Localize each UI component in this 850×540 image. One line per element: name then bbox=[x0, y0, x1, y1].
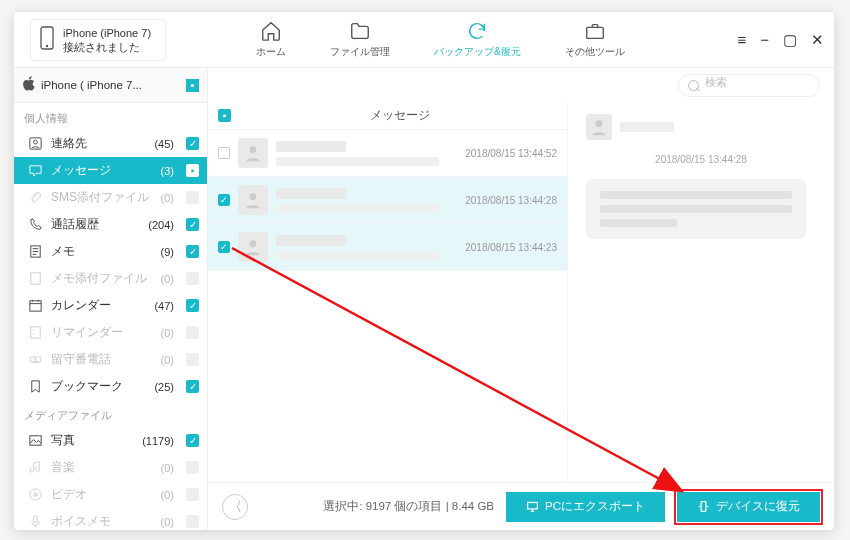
phone-icon bbox=[28, 217, 43, 232]
back-button[interactable]: 〈 bbox=[222, 494, 248, 520]
cat-voicemail[interactable]: 留守番電話(0) bbox=[14, 346, 207, 373]
cat-video[interactable]: ビデオ(0) bbox=[14, 481, 207, 508]
device-selector[interactable]: iPhone ( iPhone 7... ▪ bbox=[14, 68, 207, 103]
cat-calendar[interactable]: カレンダー(47)✓ bbox=[14, 292, 207, 319]
svg-point-4 bbox=[34, 140, 38, 144]
phone-icon bbox=[39, 26, 55, 54]
cat-messages[interactable]: メッセージ(3)▪ bbox=[14, 157, 207, 184]
export-pc-button[interactable]: PCにエクスポート bbox=[506, 492, 665, 522]
attach-icon bbox=[28, 190, 43, 205]
msg-item[interactable]: ✓ 2018/08/15 13:44:28 bbox=[208, 177, 567, 224]
msg-item[interactable]: 2018/08/15 13:44:52 bbox=[208, 130, 567, 177]
msg-check[interactable]: ✓ bbox=[218, 194, 230, 206]
bookmark-icon bbox=[28, 379, 43, 394]
menu-icon[interactable]: ≡ bbox=[737, 31, 746, 49]
cat-photos[interactable]: 写真(1179)✓ bbox=[14, 427, 207, 454]
svg-point-16 bbox=[250, 146, 257, 153]
restore-icon bbox=[697, 500, 710, 513]
maximize-icon[interactable]: ▢ bbox=[783, 31, 797, 49]
cat-bookmarks[interactable]: ブックマーク(25)✓ bbox=[14, 373, 207, 400]
cat-contacts[interactable]: 連絡先(45)✓ bbox=[14, 130, 207, 157]
music-icon bbox=[28, 460, 43, 475]
svg-point-19 bbox=[596, 120, 603, 127]
cat-note-attach[interactable]: メモ添付ファイル(0) bbox=[14, 265, 207, 292]
contacts-icon bbox=[28, 136, 43, 151]
notes-icon bbox=[28, 244, 43, 259]
msg-list-header: ▪ メッセージ bbox=[208, 102, 567, 130]
reminder-icon bbox=[28, 325, 43, 340]
group-media: メディアファイル bbox=[14, 400, 207, 427]
nav-home[interactable]: ホーム bbox=[256, 20, 286, 59]
nav-tools[interactable]: その他ツール bbox=[565, 20, 625, 59]
preview-date: 2018/08/15 13:44:28 bbox=[586, 154, 816, 165]
device-indicator: iPhone (iPhone 7) 接続されました bbox=[30, 19, 166, 61]
svg-point-10 bbox=[36, 357, 42, 363]
select-all-check[interactable]: ▪ bbox=[218, 109, 231, 122]
svg-rect-11 bbox=[30, 436, 41, 445]
mic-icon bbox=[28, 514, 43, 529]
svg-point-12 bbox=[30, 489, 41, 500]
svg-point-9 bbox=[30, 357, 36, 363]
svg-point-1 bbox=[46, 44, 48, 46]
cat-voicememo[interactable]: ボイスメモ(0) bbox=[14, 508, 207, 530]
cat-music[interactable]: 音楽(0) bbox=[14, 454, 207, 481]
device-name: iPhone (iPhone 7) bbox=[63, 26, 151, 40]
svg-point-18 bbox=[250, 240, 257, 247]
svg-rect-8 bbox=[31, 327, 40, 338]
restore-device-button[interactable]: デバイスに復元 bbox=[677, 492, 820, 522]
msg-check[interactable]: ✓ bbox=[218, 241, 230, 253]
calendar-icon bbox=[28, 298, 43, 313]
svg-rect-20 bbox=[528, 502, 538, 509]
search-input[interactable]: 検索 bbox=[678, 74, 820, 97]
svg-rect-6 bbox=[31, 273, 40, 284]
nav-backup-restore[interactable]: バックアップ&復元 bbox=[434, 20, 521, 59]
messages-icon bbox=[28, 163, 43, 178]
attach-icon bbox=[28, 271, 43, 286]
device-status: 接続されました bbox=[63, 40, 151, 54]
msg-check[interactable] bbox=[218, 147, 230, 159]
group-personal: 個人情報 bbox=[14, 103, 207, 130]
svg-rect-21 bbox=[701, 502, 706, 512]
svg-rect-13 bbox=[34, 516, 38, 523]
cat-callhist[interactable]: 通話履歴(204)✓ bbox=[14, 211, 207, 238]
device-check-icon[interactable]: ▪ bbox=[186, 79, 199, 92]
selection-status: 選択中: 9197 個の項目 | 8.44 GB bbox=[323, 499, 494, 514]
avatar-icon bbox=[238, 185, 268, 215]
video-icon bbox=[28, 487, 43, 502]
nav-files[interactable]: ファイル管理 bbox=[330, 20, 390, 59]
avatar-icon bbox=[238, 232, 268, 262]
cat-notes[interactable]: メモ(9)✓ bbox=[14, 238, 207, 265]
monitor-icon bbox=[526, 500, 539, 513]
message-bubble bbox=[586, 179, 806, 239]
svg-rect-2 bbox=[586, 27, 603, 38]
cat-sms-attach[interactable]: SMS添付ファイル(0) bbox=[14, 184, 207, 211]
msg-item[interactable]: ✓ 2018/08/15 13:44:23 bbox=[208, 224, 567, 271]
cat-reminder[interactable]: リマインダー(0) bbox=[14, 319, 207, 346]
preview-header bbox=[586, 114, 816, 140]
minimize-icon[interactable]: − bbox=[760, 31, 769, 49]
avatar-icon bbox=[238, 138, 268, 168]
svg-rect-7 bbox=[30, 301, 41, 311]
apple-icon bbox=[22, 76, 35, 94]
voicemail-icon bbox=[28, 352, 43, 367]
avatar-icon bbox=[586, 114, 612, 140]
close-icon[interactable]: ✕ bbox=[811, 31, 824, 49]
svg-point-17 bbox=[250, 193, 257, 200]
photos-icon bbox=[28, 433, 43, 448]
